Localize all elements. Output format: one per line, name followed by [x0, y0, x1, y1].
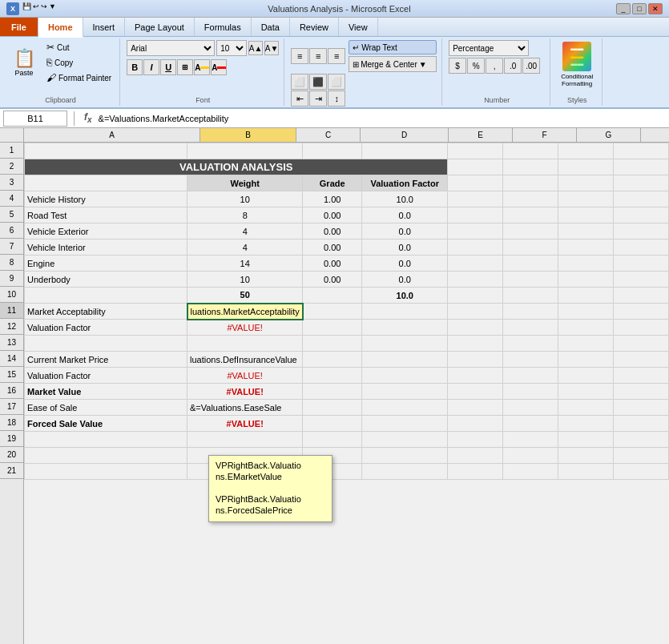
comma-button[interactable]: , — [486, 58, 503, 74]
cell-g12[interactable] — [558, 320, 614, 336]
cell-d11[interactable] — [362, 304, 448, 320]
cell-c15[interactable] — [303, 368, 362, 384]
row-header-6[interactable]: 6 — [0, 223, 23, 239]
cell-h18[interactable] — [614, 416, 669, 432]
tab-data[interactable]: Data — [252, 18, 290, 36]
cell-h9[interactable] — [614, 272, 669, 288]
cell-h10[interactable] — [614, 288, 669, 304]
percent-button[interactable]: % — [467, 58, 485, 74]
cell-h15[interactable] — [614, 368, 669, 384]
cell-b4[interactable]: 10 — [187, 191, 303, 207]
cell-h11[interactable] — [614, 304, 669, 320]
cell-c1[interactable] — [303, 143, 362, 159]
cell-f9[interactable] — [503, 272, 558, 288]
cell-title[interactable]: VALUATION ANALYSIS — [25, 159, 448, 175]
cell-f20[interactable] — [503, 448, 558, 464]
cell-c10[interactable] — [303, 288, 362, 304]
cell-g9[interactable] — [558, 272, 614, 288]
cell-f8[interactable] — [503, 256, 558, 272]
cell-g6[interactable] — [558, 223, 614, 239]
cell-g1[interactable] — [558, 143, 614, 159]
cell-b7[interactable]: 4 — [187, 239, 303, 256]
cell-a6[interactable]: Vehicle Exterior — [25, 223, 187, 239]
cell-b6[interactable]: 4 — [187, 223, 303, 239]
cell-h8[interactable] — [614, 256, 669, 272]
cell-g5[interactable] — [558, 207, 614, 223]
cell-d21[interactable] — [362, 464, 448, 480]
cell-c3-grade[interactable]: Grade — [303, 175, 362, 191]
row-header-9[interactable]: 9 — [0, 271, 23, 287]
row-header-11[interactable]: 11 — [0, 303, 23, 319]
row-header-20[interactable]: 20 — [0, 447, 23, 463]
cell-e8[interactable] — [448, 256, 503, 272]
cell-d7[interactable]: 0.0 — [362, 239, 448, 256]
paste-button[interactable]: 📋 Paste — [6, 40, 42, 87]
font-name-select[interactable]: Arial — [127, 40, 215, 56]
cell-d12[interactable] — [362, 320, 448, 336]
row-header-7[interactable]: 7 — [0, 239, 23, 255]
cell-d16[interactable] — [362, 384, 448, 400]
cell-g13[interactable] — [558, 336, 614, 352]
cell-b18[interactable]: #VALUE! — [187, 416, 303, 432]
cell-h6[interactable] — [614, 223, 669, 239]
cell-d17[interactable] — [362, 400, 448, 416]
row-header-19[interactable]: 19 — [0, 431, 23, 447]
cell-e20[interactable] — [448, 448, 503, 464]
cell-h5[interactable] — [614, 207, 669, 223]
cell-d9[interactable]: 0.0 — [362, 272, 448, 288]
quick-dropdown[interactable]: ▼ — [49, 2, 56, 15]
cell-c8[interactable]: 0.00 — [303, 256, 362, 272]
cell-a10[interactable] — [25, 288, 187, 304]
cell-a13[interactable] — [25, 336, 187, 352]
cell-a5[interactable]: Road Test — [25, 207, 187, 223]
cell-d19[interactable] — [362, 432, 448, 448]
row-header-18[interactable]: 18 — [0, 415, 23, 431]
row-header-5[interactable]: 5 — [0, 207, 23, 223]
merge-center-button[interactable]: ⊞ Merge & Center ▼ — [349, 56, 437, 72]
cell-h12[interactable] — [614, 320, 669, 336]
cell-e4[interactable] — [448, 191, 503, 207]
cell-b16[interactable]: #VALUE! — [187, 384, 303, 400]
align-top-left[interactable]: ≡ — [291, 48, 308, 64]
font-size-increase[interactable]: A▲ — [248, 41, 263, 55]
increase-indent[interactable]: ⇥ — [309, 91, 327, 107]
cell-e17[interactable] — [448, 400, 503, 416]
cell-b20[interactable] — [187, 448, 303, 464]
col-header-e[interactable]: E — [449, 128, 513, 142]
cell-b8[interactable]: 14 — [187, 256, 303, 272]
cell-f7[interactable] — [503, 239, 558, 256]
cell-a17[interactable]: Ease of Sale — [25, 400, 187, 416]
font-size-select[interactable]: 10 — [216, 40, 247, 56]
cell-e10[interactable] — [448, 288, 503, 304]
cell-d8[interactable]: 0.0 — [362, 256, 448, 272]
font-size-decrease[interactable]: A▼ — [264, 41, 279, 55]
cell-h17[interactable] — [614, 400, 669, 416]
cell-c12[interactable] — [303, 320, 362, 336]
col-header-d[interactable]: D — [361, 128, 449, 142]
cell-b21[interactable] — [187, 464, 303, 480]
cell-g17[interactable] — [558, 400, 614, 416]
cell-e7[interactable] — [448, 239, 503, 256]
row-header-1[interactable]: 1 — [0, 143, 23, 159]
merge-center-dropdown[interactable]: ▼ — [419, 60, 427, 69]
cut-button[interactable]: ✂ Cut — [43, 40, 115, 54]
cell-f12[interactable] — [503, 320, 558, 336]
cell-c6[interactable]: 0.00 — [303, 223, 362, 239]
cell-h21[interactable] — [614, 464, 669, 480]
cell-a16[interactable]: Market Value — [25, 384, 187, 400]
cell-c14[interactable] — [303, 352, 362, 368]
cell-b14[interactable]: luations.DefInsuranceValue — [187, 352, 303, 368]
align-top-center[interactable]: ≡ — [309, 48, 327, 64]
cell-f14[interactable] — [503, 352, 558, 368]
cell-a15[interactable]: Valuation Factor — [25, 368, 187, 384]
cell-g8[interactable] — [558, 256, 614, 272]
row-header-8[interactable]: 8 — [0, 255, 23, 271]
cell-b17[interactable]: &=Valuations.EaseSale — [187, 400, 303, 416]
cell-c13[interactable] — [303, 336, 362, 352]
tab-insert[interactable]: Insert — [83, 18, 126, 36]
cell-d5[interactable]: 0.0 — [362, 207, 448, 223]
cell-f3[interactable] — [503, 175, 558, 191]
cell-d13[interactable] — [362, 336, 448, 352]
minimize-button[interactable]: _ — [616, 3, 631, 14]
cell-a3[interactable] — [25, 175, 187, 191]
